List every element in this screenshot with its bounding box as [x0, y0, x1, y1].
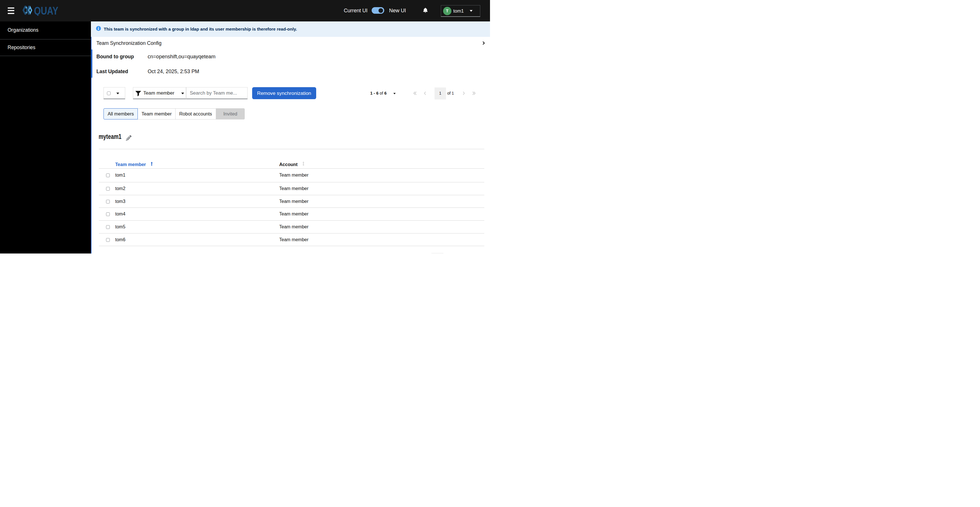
svg-text:QUAY: QUAY — [34, 6, 58, 16]
